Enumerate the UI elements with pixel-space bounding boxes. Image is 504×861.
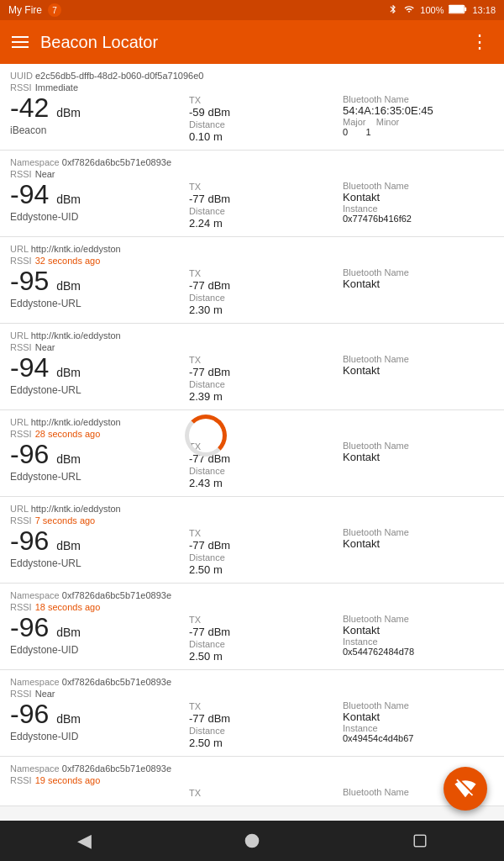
svg-rect-4 xyxy=(414,835,426,847)
app-bar-title: Beacon Locator xyxy=(40,33,455,52)
rssi-row: RSSIImmediate xyxy=(10,82,119,92)
beacon-header: Namespace 0xf7826da6bc5b71e0893e xyxy=(10,677,494,687)
rssi-value: -96 dBm xyxy=(10,613,119,642)
beacon-header: Namespace 0xf7826da6bc5b71e0893e xyxy=(10,590,494,600)
rssi-value: -96 dBm xyxy=(10,700,119,729)
svg-rect-2 xyxy=(449,6,464,13)
rssi-time: 18 seconds ago xyxy=(35,602,101,612)
rssi-time: 28 seconds ago xyxy=(35,429,101,439)
beacon-mid: TX -77 dBm Distance 2.50 m xyxy=(189,602,273,663)
beacon-type: iBeacon xyxy=(10,124,119,136)
beacon-left: RSSI28 seconds ago -96 dBm Eddystone-URL xyxy=(10,429,119,483)
beacon-list: UUID e2c56db5-dffb-48d2-b060-d0f5a71096e… xyxy=(0,64,504,806)
rssi-value: -95 dBm xyxy=(10,267,119,296)
beacon-mid: TX xyxy=(189,775,273,799)
beacon-right: Bluetooth NameKontaktInstance 0x77476b41… xyxy=(343,169,494,224)
rssi-row: RSSINear xyxy=(10,689,119,699)
beacon-type: Eddystone-UID xyxy=(10,211,119,223)
beacon-right: Bluetooth NameKontakt xyxy=(343,515,494,550)
beacon-left: RSSIImmediate -42 dBm iBeacon xyxy=(10,82,119,136)
rssi-time: 32 seconds ago xyxy=(35,256,101,266)
rssi-time: 19 seconds ago xyxy=(35,775,101,785)
beacon-left: RSSI7 seconds ago -96 dBm Eddystone-URL xyxy=(10,515,119,569)
beacon-header: URL http://kntk.io/eddyston xyxy=(10,417,494,427)
rssi-time: 7 seconds ago xyxy=(35,515,96,526)
beacon-card[interactable]: Namespace 0xf7826da6bc5b71e0893e RSSINea… xyxy=(0,151,504,237)
beacon-mid: TX -77 dBm Distance 2.24 m xyxy=(189,169,273,230)
beacon-right: Bluetooth NameKontaktInstance 0x49454c4d… xyxy=(343,689,494,743)
back-button[interactable]: ◀ xyxy=(63,824,105,858)
rssi-row: RSSI7 seconds ago xyxy=(10,515,119,526)
svg-rect-1 xyxy=(465,8,466,12)
rssi-proximity: Near xyxy=(35,169,55,179)
beacon-type: Eddystone-UID xyxy=(10,731,119,742)
nav-bar: ◀ xyxy=(0,821,504,861)
beacon-mid: TX -77 dBm Distance 2.30 m xyxy=(189,256,273,316)
rssi-row: RSSI19 seconds ago xyxy=(10,775,119,785)
rssi-row: RSSINear xyxy=(10,169,119,179)
rssi-value: -96 dBm xyxy=(10,440,119,469)
rssi-value: -94 dBm xyxy=(10,180,119,209)
beacon-type: Eddystone-URL xyxy=(10,298,119,309)
recents-button[interactable] xyxy=(399,824,441,858)
app-name-label: My Fire xyxy=(8,4,42,16)
rssi-value: -96 dBm xyxy=(10,526,119,556)
home-button[interactable] xyxy=(231,824,273,858)
menu-button[interactable] xyxy=(12,36,29,48)
beacon-card[interactable]: URL http://kntk.io/eddyston RSSINear -94… xyxy=(0,324,504,410)
status-bar: My Fire 7 100% 13:18 xyxy=(0,0,504,20)
rssi-value: -94 dBm xyxy=(10,353,119,383)
beacon-card[interactable]: URL http://kntk.io/eddyston RSSI32 secon… xyxy=(0,237,504,324)
beacon-header: Namespace 0xf7826da6bc5b71e0893e xyxy=(10,157,494,167)
beacon-card[interactable]: Namespace 0xf7826da6bc5b71e0893e RSSI18 … xyxy=(0,584,504,670)
beacon-left: RSSINear -94 dBm Eddystone-URL xyxy=(10,342,119,396)
beacon-right: Bluetooth NameKontaktInstance 0x54476248… xyxy=(343,602,494,657)
rssi-row: RSSINear xyxy=(10,342,119,352)
beacon-type: Eddystone-UID xyxy=(10,644,119,656)
battery-label: 100% xyxy=(420,5,444,15)
beacon-left: RSSINear -96 dBm Eddystone-UID xyxy=(10,689,119,742)
notification-badge: 7 xyxy=(48,3,61,17)
beacon-type: Eddystone-URL xyxy=(10,471,119,483)
beacon-mid: TX -59 dBm Distance 0.10 m xyxy=(189,82,273,143)
time-label: 13:18 xyxy=(472,5,496,15)
rssi-proximity: Immediate xyxy=(35,82,78,92)
beacon-type: Eddystone-URL xyxy=(10,557,119,569)
more-options-button[interactable]: ⋮ xyxy=(467,31,492,53)
rssi-row: RSSI18 seconds ago xyxy=(10,602,119,612)
beacon-mid: TX -77 dBm Distance 2.39 m xyxy=(189,342,273,403)
beacon-left: RSSINear -94 dBm Eddystone-UID xyxy=(10,169,119,223)
beacon-left: RSSI18 seconds ago -96 dBm Eddystone-UID xyxy=(10,602,119,656)
rssi-proximity: Near xyxy=(35,689,55,699)
scan-toggle-fab[interactable] xyxy=(444,767,487,811)
wifi-icon xyxy=(403,4,415,16)
beacon-header: Namespace 0xf7826da6bc5b71e0893e xyxy=(10,763,494,774)
beacon-mid: TX -77 dBm Distance 2.50 m xyxy=(189,689,273,749)
beacon-card[interactable]: URL http://kntk.io/eddyston RSSI7 second… xyxy=(0,497,504,584)
beacon-left: RSSI19 seconds ago xyxy=(10,775,119,786)
beacon-header: UUID e2c56db5-dffb-48d2-b060-d0f5a71096e… xyxy=(10,71,494,81)
beacon-right: Bluetooth NameKontakt xyxy=(343,342,494,377)
beacon-card[interactable]: URL http://kntk.io/eddyston RSSI28 secon… xyxy=(0,410,504,497)
beacon-right: Bluetooth Name54:4A:16:35:0E:45Major Min… xyxy=(343,82,494,137)
app-bar: Beacon Locator ⋮ xyxy=(0,20,504,64)
beacon-header: URL http://kntk.io/eddyston xyxy=(10,244,494,254)
battery-icon xyxy=(449,4,467,16)
status-bar-right: 100% 13:18 xyxy=(388,3,496,18)
bluetooth-icon xyxy=(388,3,398,18)
beacon-card[interactable]: Namespace 0xf7826da6bc5b71e0893e RSSI19 … xyxy=(0,757,504,806)
beacon-right: Bluetooth NameKontakt xyxy=(343,256,494,290)
loading-spinner xyxy=(185,415,227,457)
beacon-type: Eddystone-URL xyxy=(10,384,119,396)
status-bar-left: My Fire 7 xyxy=(8,3,61,17)
rssi-proximity: Near xyxy=(35,342,55,352)
beacon-left: RSSI32 seconds ago -95 dBm Eddystone-URL xyxy=(10,256,119,309)
svg-point-3 xyxy=(245,834,260,848)
rssi-value: -42 dBm xyxy=(10,93,119,123)
beacon-card[interactable]: Namespace 0xf7826da6bc5b71e0893e RSSINea… xyxy=(0,670,504,757)
wifi-off-icon xyxy=(454,778,476,800)
rssi-row: RSSI32 seconds ago xyxy=(10,256,119,266)
beacon-header: URL http://kntk.io/eddyston xyxy=(10,330,494,341)
beacon-right: Bluetooth NameKontakt xyxy=(343,429,494,463)
beacon-card[interactable]: UUID e2c56db5-dffb-48d2-b060-d0f5a71096e… xyxy=(0,64,504,151)
